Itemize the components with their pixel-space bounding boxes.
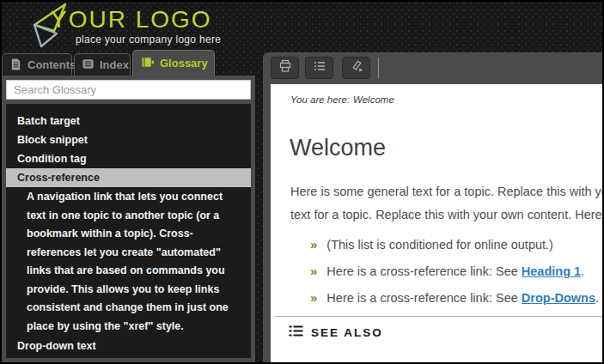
list-item: »Here is a cross-reference link: See Hea…: [310, 264, 599, 278]
logo-tagline: place your company logo here: [76, 33, 221, 46]
divider: [275, 316, 604, 317]
glossary-panel: Batch target Block snippet Condition tag…: [2, 76, 255, 362]
toolbar-divider: [378, 58, 379, 78]
glossary-term[interactable]: Block snippet: [6, 130, 251, 149]
list-item-text: Here is a cross-reference link: See: [326, 291, 521, 305]
list-item-text: .: [581, 264, 584, 278]
topic-paragraph: Here is some general text for a topic. R…: [290, 180, 604, 227]
glossary-term[interactable]: Batch target: [6, 112, 251, 130]
tab-index-label: Index: [100, 58, 129, 71]
tab-glossary[interactable]: Glossary: [132, 50, 215, 76]
tab-contents-label: Contents: [27, 58, 76, 71]
see-also-heading: SEE ALSO: [288, 324, 383, 341]
cross-reference-link[interactable]: Heading 1: [522, 264, 581, 278]
tab-glossary-label: Glossary: [160, 57, 208, 70]
logo-title: YOUR LOGO: [51, 6, 212, 33]
glossary-term[interactable]: Footnote: [6, 355, 251, 358]
breadcrumb-prefix: You are here:: [290, 94, 350, 105]
printer-icon: [278, 59, 292, 76]
glossary-term[interactable]: Condition tag: [6, 149, 251, 168]
glossary-term-list: Batch target Block snippet Condition tag…: [6, 104, 251, 358]
print-button[interactable]: [271, 57, 299, 79]
paragraph-line: Here is some general text for a topic. R…: [290, 180, 604, 203]
list-item: »Here is a cross-reference link: See Dro…: [310, 290, 599, 305]
breadcrumb: You are here:Welcome: [290, 94, 394, 105]
breadcrumb-current: Welcome: [353, 94, 394, 105]
list-item: »(This list is conditioned for online ou…: [310, 237, 599, 252]
list-icon: [288, 324, 303, 341]
topic-panel: You are here:Welcome Welcome Here is som…: [263, 52, 604, 364]
page-title: Welcome: [290, 136, 386, 161]
index-list-icon: [82, 58, 95, 73]
see-also-label: SEE ALSO: [311, 326, 383, 339]
chevron-bullet-icon: »: [310, 264, 317, 278]
paragraph-line: text for a topic. Replace this with your…: [290, 203, 604, 227]
topic-body: You are here:Welcome Welcome Here is som…: [271, 84, 604, 364]
expand-all-list-icon: [313, 59, 326, 76]
chevron-bullet-icon: »: [310, 237, 317, 252]
cross-reference-link[interactable]: Drop-Downs: [522, 291, 595, 305]
glossary-term-selected[interactable]: Cross-reference: [6, 168, 251, 187]
remove-highlights-pen-icon: [350, 59, 363, 76]
tab-contents[interactable]: Contents: [2, 53, 72, 76]
expand-all-button[interactable]: [305, 57, 333, 79]
contents-doc-icon: [9, 58, 22, 73]
list-item-text: (This list is conditioned for online out…: [326, 238, 553, 252]
glossary-term[interactable]: Drop-down text: [6, 337, 251, 355]
tab-index[interactable]: Index: [74, 53, 131, 76]
list-item-text: Here is a cross-reference link: See: [326, 264, 521, 278]
glossary-book-icon: [141, 56, 155, 71]
chevron-bullet-icon: »: [310, 290, 317, 305]
remove-highlights-button[interactable]: [342, 57, 370, 79]
glossary-definition: A navigation link that lets you connect …: [6, 187, 251, 337]
list-item-text: .: [595, 291, 599, 305]
search-input[interactable]: [6, 80, 251, 100]
topic-bullet-list: »(This list is conditioned for online ou…: [310, 237, 599, 317]
